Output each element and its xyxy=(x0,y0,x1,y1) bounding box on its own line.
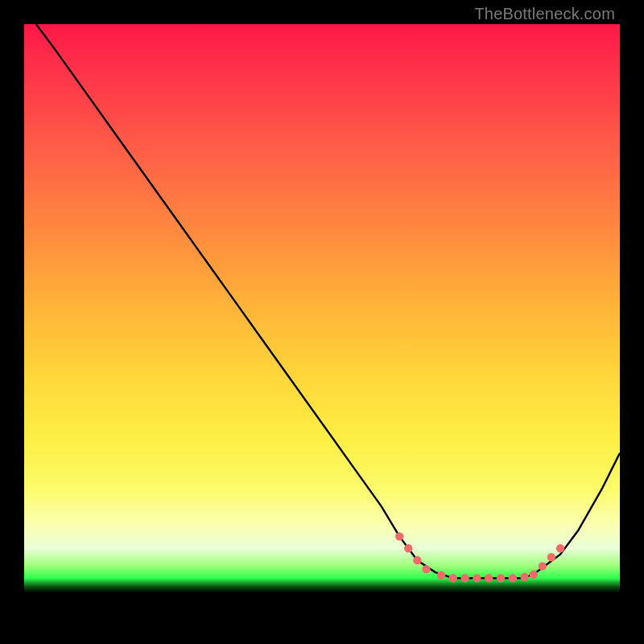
curve-marker xyxy=(530,571,538,579)
plot-area xyxy=(24,24,620,620)
curve-marker xyxy=(460,574,469,582)
curve-marker xyxy=(539,562,547,570)
chart-frame: TheBottleneck.com xyxy=(0,0,644,644)
curve-marker xyxy=(422,565,430,573)
curve-marker xyxy=(437,571,445,579)
curve-marker xyxy=(473,574,481,582)
curve-marker xyxy=(556,544,564,552)
watermark-text: TheBottleneck.com xyxy=(474,5,615,23)
curve-marker xyxy=(497,574,505,582)
curve-marker xyxy=(395,532,403,540)
curve-marker xyxy=(413,556,421,564)
curve-marker xyxy=(449,574,457,582)
curve-marker xyxy=(547,553,555,561)
curve-svg xyxy=(24,24,620,620)
curve-markers xyxy=(395,532,564,582)
curve-marker xyxy=(404,544,412,552)
curve-marker xyxy=(485,574,493,582)
curve-marker xyxy=(520,573,528,581)
bottleneck-curve xyxy=(36,24,620,578)
curve-marker xyxy=(509,574,517,582)
